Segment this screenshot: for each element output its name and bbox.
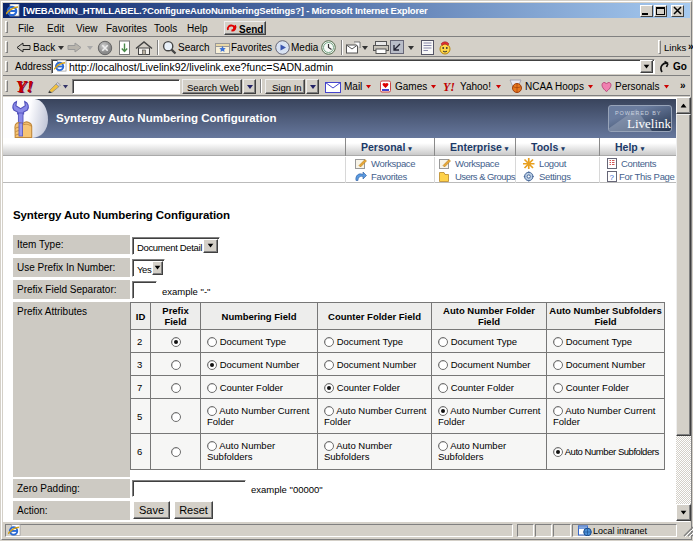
svg-text:?: ? — [610, 173, 615, 182]
